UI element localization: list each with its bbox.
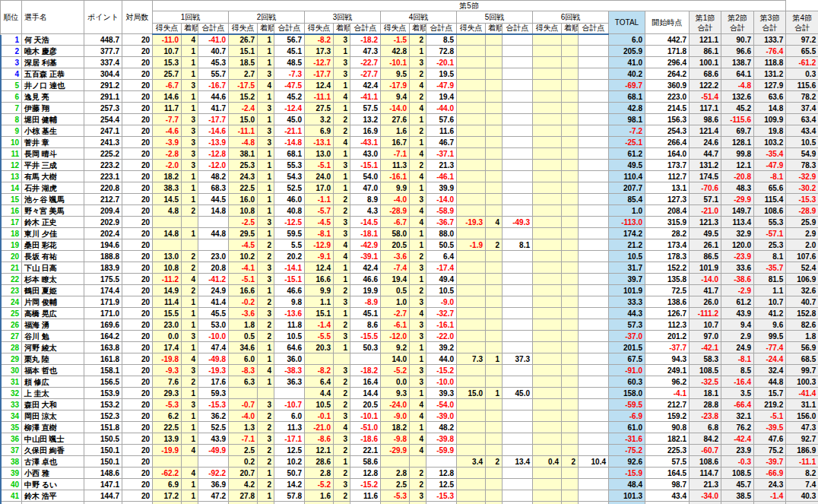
round4-score-cell[interactable]: -6.7	[381, 217, 410, 228]
round2-sum-cell[interactable]: 48.5	[274, 57, 305, 68]
col-header-score-4[interactable]: 得失点	[381, 24, 410, 34]
round6-score-cell[interactable]	[533, 103, 562, 114]
round5-score-cell[interactable]	[457, 365, 486, 376]
round6-sum-cell[interactable]	[579, 171, 609, 182]
round6-sum-cell[interactable]	[579, 365, 609, 376]
col-header-rank[interactable]: 順位	[1, 1, 22, 34]
round1-sum-cell[interactable]: 36.9	[198, 479, 229, 490]
start-point-cell[interactable]: 43.4	[645, 490, 690, 502]
round6-sum-cell[interactable]	[579, 479, 609, 490]
points-cell[interactable]: 202.9	[84, 217, 122, 228]
round6-place-cell[interactable]	[562, 285, 579, 296]
section3-total-cell[interactable]: -39.7	[754, 456, 786, 468]
section2-total-cell[interactable]: 8.5	[721, 365, 754, 376]
section4-total-cell[interactable]: 107.6	[786, 251, 818, 262]
round6-place-cell[interactable]	[562, 91, 579, 103]
points-cell[interactable]: 151.8	[84, 422, 122, 433]
start-point-cell[interactable]: 112.7	[645, 171, 690, 182]
round5-score-cell[interactable]	[457, 399, 486, 410]
round6-score-cell[interactable]	[533, 80, 562, 91]
round1-score-cell[interactable]: -4.6	[153, 125, 182, 137]
section4-total-cell[interactable]: 0.3	[786, 68, 818, 80]
section3-total-cell[interactable]: 127.9	[754, 80, 786, 91]
round4-sum-cell[interactable]: 57.6	[426, 114, 457, 125]
round3-score-cell[interactable]	[305, 353, 334, 365]
round3-score-cell[interactable]: 13.0	[305, 148, 334, 160]
round3-place-cell[interactable]: 2	[334, 490, 350, 502]
section4-total-cell[interactable]: 54.9	[786, 148, 818, 160]
round1-sum-cell[interactable]: -15.3	[198, 399, 229, 410]
total-cell[interactable]: -113.0	[609, 217, 645, 228]
round1-sum-cell[interactable]: 55.7	[198, 68, 229, 80]
round4-place-cell[interactable]: 3	[410, 490, 426, 502]
round4-place-cell[interactable]: 3	[410, 57, 426, 68]
round4-score-cell[interactable]: -4.0	[381, 194, 410, 205]
section1-total-cell[interactable]: 26.1	[690, 239, 721, 251]
round5-score-cell[interactable]	[457, 433, 486, 445]
start-point-cell[interactable]: 442.7	[645, 34, 690, 46]
round6-score-cell[interactable]	[533, 114, 562, 125]
round3-place-cell[interactable]: 4	[334, 239, 350, 251]
round6-sum-cell[interactable]	[579, 114, 609, 125]
round5-sum-cell[interactable]	[503, 137, 533, 148]
round3-place-cell[interactable]: 3	[334, 160, 350, 171]
round1-score-cell[interactable]: -7.7	[153, 114, 182, 125]
round4-place-cell[interactable]: 4	[410, 399, 426, 410]
section4-total-cell[interactable]: 56.9	[786, 342, 818, 353]
games-cell[interactable]: 20	[122, 296, 153, 308]
round5-sum-cell[interactable]	[503, 445, 533, 456]
section4-total-cell[interactable]: 106.9	[786, 274, 818, 285]
round4-sum-cell[interactable]: 48.2	[426, 422, 457, 433]
round5-score-cell[interactable]	[457, 228, 486, 239]
round2-sum-cell[interactable]: -21.1	[274, 125, 305, 137]
round3-score-cell[interactable]: -13.1	[305, 137, 334, 148]
round5-score-cell[interactable]	[457, 103, 486, 114]
section1-total-cell[interactable]: 6.8	[690, 422, 721, 433]
round2-score-cell[interactable]: 18.5	[229, 57, 258, 68]
points-cell[interactable]: 257.3	[84, 103, 122, 114]
round1-place-cell[interactable]	[182, 239, 198, 251]
rank-cell[interactable]: 28	[1, 342, 22, 353]
round3-sum-cell[interactable]: -18.2	[350, 365, 381, 376]
section3-total-cell[interactable]: -77.4	[754, 342, 786, 353]
round4-score-cell[interactable]: 20.5	[381, 239, 410, 251]
round2-sum-cell[interactable]: 64.6	[274, 342, 305, 353]
round3-score-cell[interactable]: -9.1	[305, 251, 334, 262]
round6-sum-cell[interactable]	[579, 91, 609, 103]
round5-sum-cell[interactable]	[503, 148, 533, 160]
round4-sum-cell[interactable]: -16.1	[426, 319, 457, 331]
round6-sum-cell[interactable]	[579, 137, 609, 148]
round1-place-cell[interactable]: 1	[182, 171, 198, 182]
round3-score-cell[interactable]: -1.4	[305, 319, 334, 331]
round5-sum-cell[interactable]	[503, 468, 533, 479]
rank-cell[interactable]: 38	[1, 456, 22, 468]
section4-total-cell[interactable]: 8.2	[786, 468, 818, 479]
round2-sum-cell[interactable]: -38.3	[274, 365, 305, 376]
round2-score-cell[interactable]: 1.3	[229, 422, 258, 433]
round3-sum-cell[interactable]: -14.5	[350, 217, 381, 228]
round4-score-cell[interactable]: 42.8	[381, 46, 410, 57]
round1-score-cell[interactable]: -3.9	[153, 137, 182, 148]
points-cell[interactable]: 212.7	[84, 194, 122, 205]
section4-total-cell[interactable]: 97.2	[786, 34, 818, 46]
round4-sum-cell[interactable]: -32.7	[426, 308, 457, 319]
round1-score-cell[interactable]: -2.8	[153, 148, 182, 160]
round4-place-cell[interactable]: 4	[410, 433, 426, 445]
round6-sum-cell[interactable]	[579, 331, 609, 342]
round6-place-cell[interactable]	[562, 125, 579, 137]
round3-score-cell[interactable]: -5.1	[305, 160, 334, 171]
section1-total-cell[interactable]: 108.5	[690, 365, 721, 376]
total-cell[interactable]: 207.7	[609, 182, 645, 194]
round1-sum-cell[interactable]: 23.0	[198, 251, 229, 262]
round6-score-cell[interactable]	[533, 342, 562, 353]
round1-score-cell[interactable]	[153, 456, 182, 468]
round5-place-cell[interactable]	[486, 331, 503, 342]
games-cell[interactable]: 20	[122, 160, 153, 171]
round5-place-cell[interactable]	[486, 205, 503, 217]
round5-place-cell[interactable]	[486, 228, 503, 239]
round3-place-cell[interactable]: 3	[334, 479, 350, 490]
round4-sum-cell[interactable]: -20.1	[426, 57, 457, 68]
round5-place-cell[interactable]	[486, 251, 503, 262]
round6-score-cell[interactable]	[533, 274, 562, 285]
section1-total-cell[interactable]: 131.2	[690, 160, 721, 171]
